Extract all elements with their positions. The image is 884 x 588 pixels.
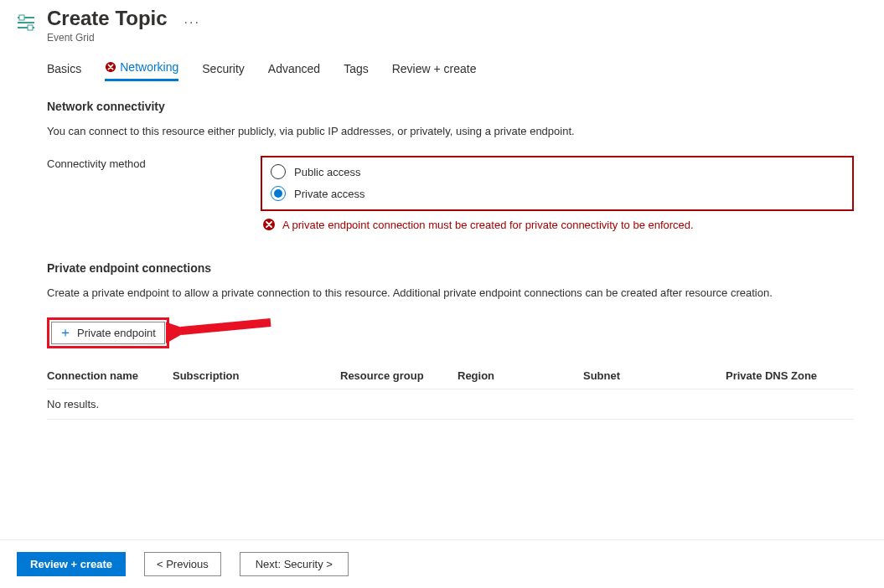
column-region[interactable]: Region (458, 369, 583, 382)
tab-label: Security (202, 62, 245, 75)
add-private-endpoint-button[interactable]: ＋ Private endpoint (51, 322, 165, 344)
column-subnet[interactable]: Subnet (583, 369, 726, 382)
network-connectivity-description: You can connect to this resource either … (47, 125, 854, 137)
page-header: Create Topic Event Grid ··· (0, 0, 884, 44)
table-no-results: No results. (47, 389, 854, 420)
main-content: Basics Networking Security Advanced Tags… (0, 44, 884, 539)
radio-public-access[interactable]: Public access (271, 161, 844, 183)
column-private-dns-zone[interactable]: Private DNS Zone (726, 369, 854, 382)
tab-label: Review + create (392, 62, 477, 75)
network-connectivity-heading: Network connectivity (47, 100, 854, 113)
wizard-footer: Review + create < Previous Next: Securit… (0, 539, 884, 588)
private-endpoint-description: Create a private endpoint to allow a pri… (47, 286, 854, 299)
review-create-button[interactable]: Review + create (17, 552, 126, 576)
annotation-arrow-icon (166, 312, 275, 351)
column-resource-group[interactable]: Resource group (340, 369, 458, 382)
page-title: Create Topic (47, 7, 168, 30)
svg-line-7 (181, 322, 271, 331)
tab-advanced[interactable]: Advanced (268, 60, 320, 81)
tab-security[interactable]: Security (202, 60, 245, 81)
page-subtitle: Event Grid (47, 32, 168, 44)
connectivity-error-message: A private endpoint connection must be cr… (262, 218, 854, 231)
svg-rect-3 (19, 15, 24, 20)
tab-bar: Basics Networking Security Advanced Tags… (47, 60, 854, 81)
radio-button-icon (271, 164, 286, 179)
column-connection-name[interactable]: Connection name (47, 369, 173, 382)
connectivity-method-field: Connectivity method Public access Privat… (47, 156, 854, 231)
private-endpoint-heading: Private endpoint connections (47, 261, 854, 275)
error-text: A private endpoint connection must be cr… (282, 219, 694, 231)
tab-review-create[interactable]: Review + create (392, 60, 477, 81)
connectivity-method-label: Connectivity method (47, 156, 244, 170)
svg-rect-4 (28, 25, 33, 30)
more-actions-icon[interactable]: ··· (184, 15, 200, 30)
tab-basics[interactable]: Basics (47, 60, 81, 81)
radio-private-access[interactable]: Private access (271, 183, 844, 204)
svg-rect-1 (18, 22, 34, 23)
error-icon (262, 218, 276, 231)
event-grid-icon (15, 12, 37, 34)
next-button[interactable]: Next: Security > (240, 552, 349, 576)
tab-label: Tags (344, 62, 369, 75)
annotation-highlight-box: ＋ Private endpoint (47, 317, 169, 348)
radio-button-selected-icon (271, 186, 286, 201)
radio-label: Public access (294, 166, 360, 178)
tab-label: Networking (120, 60, 178, 74)
column-subscription[interactable]: Subscription (173, 369, 340, 382)
tab-tags[interactable]: Tags (344, 60, 369, 81)
previous-button[interactable]: < Previous (144, 552, 221, 576)
table-header-row: Connection name Subscription Resource gr… (47, 363, 854, 389)
radio-label: Private access (294, 188, 365, 200)
connectivity-radio-group: Public access Private access (261, 156, 854, 211)
button-label: Private endpoint (77, 327, 156, 339)
tab-networking[interactable]: Networking (105, 60, 178, 81)
tab-label: Basics (47, 62, 81, 75)
error-icon (105, 61, 116, 73)
plus-icon: ＋ (59, 327, 72, 338)
tab-label: Advanced (268, 62, 320, 75)
private-endpoint-table: Connection name Subscription Resource gr… (47, 363, 854, 420)
